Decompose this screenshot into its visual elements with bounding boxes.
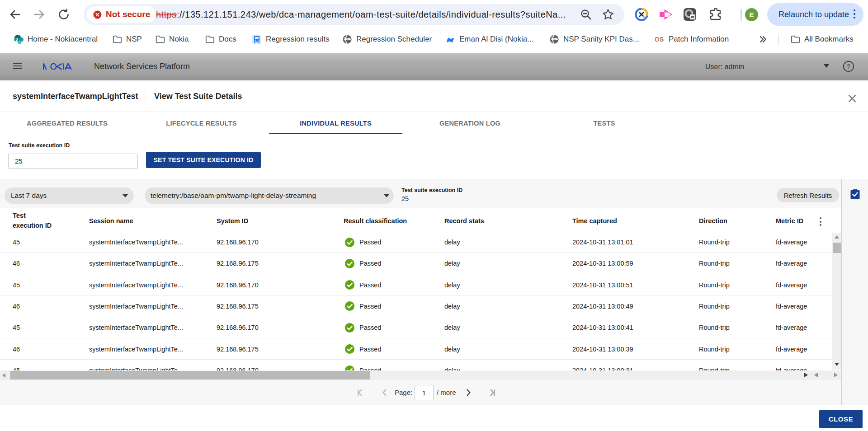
cell-result: Passed <box>344 295 381 317</box>
extension-screencast-icon[interactable] <box>659 7 673 22</box>
forward-icon[interactable] <box>33 8 46 21</box>
prev-page-icon[interactable] <box>381 389 389 397</box>
cell-direction: Round-trip <box>699 360 730 370</box>
bookmark-nsp-sanity-kpi[interactable]: NSP Sanity KPI Das... <box>549 29 639 50</box>
bookmarks-bar: S Home - Nokiacentral NSP Nokia Docs <box>0 29 868 50</box>
more-pages-label: / more <box>437 380 456 405</box>
bookmark-regression-results[interactable]: Regression results <box>252 29 330 50</box>
extension-qtest-icon[interactable] <box>634 7 649 22</box>
tab-lifecycle-results[interactable]: LIFECYCLE RESULTS <box>134 112 269 135</box>
time-range-dropdown[interactable]: Last 7 days <box>5 187 134 204</box>
bookmark-star-icon[interactable] <box>602 8 614 21</box>
outer-scroll-right-icon[interactable] <box>834 373 838 377</box>
col-header-metric-id[interactable]: Metric ID <box>776 217 803 225</box>
exec-id-input[interactable] <box>8 154 138 169</box>
column-menu-icon[interactable] <box>819 217 822 226</box>
tab-individual-results[interactable]: INDIVIDUAL RESULTS <box>269 112 403 135</box>
cell-direction: Round-trip <box>699 253 730 274</box>
dialog-close-icon[interactable] <box>847 94 857 103</box>
scroll-left-icon[interactable] <box>2 373 5 378</box>
next-page-icon[interactable] <box>464 389 472 397</box>
train-icon <box>252 34 262 44</box>
cell-time-captured: 2024-10-31 13:00:59 <box>572 253 633 274</box>
help-icon[interactable]: ? <box>843 61 854 72</box>
table-row[interactable]: 46 systemInterfaceTwampLightTe... 92.168… <box>0 253 832 274</box>
col-header-time-captured[interactable]: Time captured <box>572 217 617 225</box>
all-bookmarks-button[interactable]: All Bookmarks <box>790 29 854 50</box>
scroll-right-icon[interactable] <box>804 373 808 377</box>
hamburger-menu-icon[interactable] <box>13 63 22 70</box>
table-row[interactable]: 46 systemInterfaceTwampLightTe... 92.168… <box>0 338 832 360</box>
browser-menu-icon[interactable] <box>852 8 857 21</box>
dialog-title: View Test Suite Details <box>154 80 242 112</box>
table-row[interactable]: 45 systemInterfaceTwampLightTe... 92.168… <box>0 360 832 370</box>
set-exec-id-button[interactable]: SET TEST SUITE EXECUTION ID <box>146 152 261 168</box>
svg-text:S: S <box>660 36 664 43</box>
refresh-results-button[interactable]: Refresh Results <box>777 188 839 202</box>
horizontal-scroll-thumb[interactable] <box>10 371 370 379</box>
cell-metric-id: fd-average <box>776 274 807 295</box>
col-header-result-classification[interactable]: Result classification <box>344 217 407 225</box>
cell-session-name: systemInterfaceTwampLightTe... <box>89 295 183 317</box>
vertical-scroll-thumb[interactable] <box>833 243 841 253</box>
user-menu-caret-icon[interactable] <box>824 64 829 68</box>
table-row[interactable]: 45 systemInterfaceTwampLightTe... 92.168… <box>0 274 832 295</box>
bookmarks-separator <box>778 34 779 45</box>
table-row[interactable]: 45 systemInterfaceTwampLightTe... 92.168… <box>0 232 832 253</box>
outer-scroll-left-icon[interactable] <box>814 373 818 377</box>
cell-result: Passed <box>344 360 381 370</box>
security-chip[interactable]: Not secure <box>87 6 156 23</box>
extension-dark-icon[interactable] <box>683 7 697 22</box>
page-input[interactable] <box>415 385 434 400</box>
url-text: https://135.121.151.243/web/dca-manageme… <box>156 4 566 25</box>
back-icon[interactable] <box>9 8 21 21</box>
user-menu-label[interactable]: User: admin <box>705 53 744 80</box>
bookmark-confluence[interactable]: Eman Al Disi (Nokia... <box>445 29 533 50</box>
table-vertical-scrollbar[interactable] <box>832 233 841 370</box>
profile-avatar[interactable]: E <box>745 8 758 21</box>
clipboard-check-icon[interactable] <box>850 189 860 199</box>
address-bar[interactable]: Not secure https://135.121.151.243/web/d… <box>84 4 624 25</box>
bookmark-folder-nokia[interactable]: Nokia <box>155 29 189 50</box>
tab-tests[interactable]: TESTS <box>537 112 671 135</box>
table-row[interactable]: 46 systemInterfaceTwampLightTe... 92.168… <box>0 295 832 317</box>
folder-icon <box>790 34 800 44</box>
extensions-puzzle-icon[interactable] <box>708 7 723 22</box>
col-header-test-exec-id-2[interactable]: execution ID <box>13 222 52 229</box>
tab-generation-log[interactable]: GENERATION LOG <box>403 112 537 135</box>
reload-icon[interactable] <box>57 8 70 21</box>
table-row[interactable]: 45 systemInterfaceTwampLightTe... 92.168… <box>0 317 832 338</box>
globe-icon <box>342 34 352 44</box>
col-header-system-id[interactable]: System ID <box>217 217 248 225</box>
cell-result: Passed <box>344 253 381 274</box>
bookmark-folder-docs[interactable]: Docs <box>205 29 236 50</box>
bookmark-home-nokiacentral[interactable]: S Home - Nokiacentral <box>14 29 98 50</box>
bookmark-patch-information[interactable]: O S Patch Information <box>655 29 729 50</box>
telemetry-dropdown[interactable]: telemetry:/base/oam-pm/twamp-light-delay… <box>145 187 394 204</box>
bookmark-folder-nsp[interactable]: NSP <box>112 29 142 50</box>
test-suite-name: systemInterfaceTwampLightTest <box>13 80 138 112</box>
table-horizontal-scrollbar[interactable] <box>0 370 842 380</box>
col-header-test-exec-id[interactable]: Test <box>13 212 26 219</box>
col-header-session-name[interactable]: Session name <box>89 217 133 225</box>
pagination: Page: / more <box>0 380 843 405</box>
zoom-out-icon[interactable] <box>580 8 592 21</box>
svg-text:O: O <box>655 36 660 43</box>
last-page-icon[interactable] <box>488 389 496 397</box>
scroll-down-icon[interactable] <box>835 363 839 366</box>
col-header-direction[interactable]: Direction <box>699 217 727 225</box>
cell-time-captured: 2024-10-31 13:00:41 <box>572 317 633 338</box>
first-page-icon[interactable] <box>356 389 364 397</box>
bookmarks-overflow-icon[interactable] <box>759 35 768 44</box>
passed-check-icon <box>344 237 355 248</box>
passed-check-icon <box>344 280 355 290</box>
bookmark-regression-scheduler[interactable]: Regression Scheduler <box>342 29 432 50</box>
cell-system-id: 92.168.96.170 <box>217 232 259 253</box>
cell-result: Passed <box>344 338 381 360</box>
tab-aggregated-results[interactable]: AGGREGATED RESULTS <box>0 112 134 135</box>
cell-metric-id: fd-average <box>776 317 807 338</box>
scroll-up-icon[interactable] <box>835 235 839 239</box>
close-button[interactable]: CLOSE <box>819 410 863 428</box>
relaunch-button[interactable]: Relaunch to update <box>767 3 863 26</box>
col-header-record-stats[interactable]: Record stats <box>444 217 484 225</box>
